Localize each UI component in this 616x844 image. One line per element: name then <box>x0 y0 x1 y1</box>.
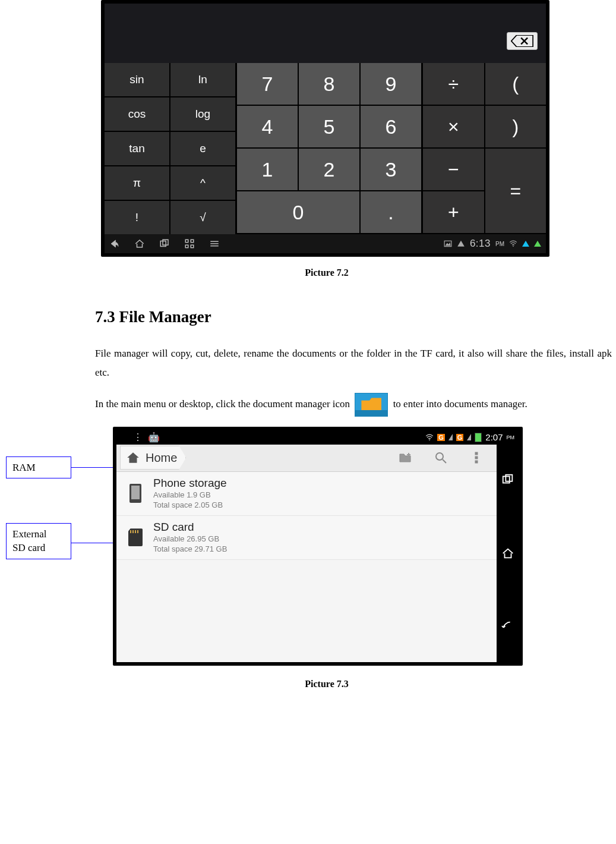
key-caret[interactable]: ^ <box>170 166 235 200</box>
key-factorial[interactable]: ! <box>105 201 169 234</box>
file-manager-app-icon <box>355 393 388 417</box>
svg-rect-3 <box>191 240 194 243</box>
fm-actions <box>398 451 493 465</box>
breadcrumb-home[interactable]: Home <box>120 446 186 470</box>
wifi-icon <box>509 240 517 247</box>
home-icon[interactable] <box>501 547 514 560</box>
key-0[interactable]: 0 <box>237 191 359 233</box>
fm-main-panel: Home Phone storage <box>116 445 497 662</box>
section-7-3-heading: 7.3 File Manager <box>95 308 612 326</box>
file-manager-app: Home Phone storage <box>116 445 519 662</box>
file-manager-screenshot: ⋮ 🤖 G G 2:07PM Home <box>113 427 523 666</box>
new-folder-icon[interactable] <box>398 451 412 465</box>
clock-suffix: PM <box>507 434 515 440</box>
key-cos[interactable]: cos <box>105 97 169 131</box>
screenshot-icon[interactable] <box>184 238 195 249</box>
calculator-screenshot: sin ln cos log tan e π ^ ! √ 7 8 9 4 5 6… <box>101 0 549 257</box>
home-icon[interactable] <box>134 238 145 249</box>
network-g-1: G <box>437 434 445 441</box>
key-e[interactable]: e <box>170 132 235 165</box>
item-total: Total space 2.05 GB <box>153 500 227 511</box>
sd-card-item[interactable]: SD card Available 26.95 GB Total space 2… <box>116 516 497 560</box>
overflow-menu-icon[interactable] <box>469 451 484 465</box>
signal-2-icon <box>534 241 541 247</box>
image-icon <box>444 240 452 248</box>
svg-rect-5 <box>191 245 194 248</box>
system-nav-sidebar <box>497 445 519 662</box>
key-5[interactable]: 5 <box>299 106 359 147</box>
callout-sd: External SD card <box>6 523 71 560</box>
picture-7-2-caption: Picture 7.2 <box>95 267 558 278</box>
paragraph-1: File manager will copy, cut, delete, ren… <box>95 344 612 383</box>
status-bar: ⋮ 🤖 G G 2:07PM <box>116 430 519 445</box>
battery-icon <box>475 433 482 442</box>
callout-ram: RAM <box>6 456 71 479</box>
notification-icons: ⋮ 🤖 <box>133 432 160 443</box>
svg-rect-2 <box>185 240 188 243</box>
key-subtract[interactable]: − <box>423 149 484 190</box>
key-2[interactable]: 2 <box>299 149 359 190</box>
clock-suffix: PM <box>495 241 504 247</box>
item-title: SD card <box>153 521 227 534</box>
clock-time: 2:07 <box>485 432 503 442</box>
signal-1-icon <box>522 241 529 247</box>
item-total: Total space 29.71 GB <box>153 544 227 555</box>
svg-point-8 <box>429 439 430 440</box>
para2-part-b: to enter into documents manager. <box>393 398 527 410</box>
key-6[interactable]: 6 <box>361 106 421 147</box>
recent-icon[interactable] <box>159 238 170 249</box>
function-keys: sin ln cos log tan e π ^ ! √ <box>105 63 235 234</box>
key-log[interactable]: log <box>170 97 235 131</box>
signal-icon-2 <box>467 434 471 440</box>
system-nav-bar: 6:13PM <box>105 234 546 253</box>
key-8[interactable]: 8 <box>299 63 359 105</box>
key-multiply[interactable]: × <box>423 106 484 147</box>
key-9[interactable]: 9 <box>361 63 421 105</box>
key-tan[interactable]: tan <box>105 132 169 165</box>
wifi-icon <box>425 434 434 441</box>
item-available: Available 1.9 GB <box>153 490 227 500</box>
storage-list: Phone storage Available 1.9 GB Total spa… <box>116 472 497 662</box>
key-pi[interactable]: π <box>105 166 169 200</box>
signal-icon-1 <box>448 434 453 440</box>
key-7[interactable]: 7 <box>237 63 298 105</box>
file-manager-figure: RAM External SD card ⋮ 🤖 G G 2:07PM <box>0 427 616 670</box>
key-4[interactable]: 4 <box>237 106 298 147</box>
document-page: sin ln cos log tan e π ^ ! √ 7 8 9 4 5 6… <box>0 0 616 701</box>
item-title: Phone storage <box>153 477 227 490</box>
calc-body: sin ln cos log tan e π ^ ! √ 7 8 9 4 5 6… <box>105 63 546 234</box>
svg-rect-4 <box>185 245 188 248</box>
back-icon[interactable] <box>501 620 514 633</box>
number-keys: 7 8 9 4 5 6 1 2 3 0 . <box>237 63 421 234</box>
key-divide[interactable]: ÷ <box>423 63 484 105</box>
key-1[interactable]: 1 <box>237 149 298 190</box>
key-equals[interactable]: = <box>485 149 546 233</box>
calc-display <box>105 4 546 63</box>
menu-icon[interactable] <box>209 238 220 249</box>
para2-part-a: In the main menu or desktop, click the d… <box>95 398 350 410</box>
backspace-icon <box>511 35 533 47</box>
key-sqrt[interactable]: √ <box>170 201 235 234</box>
key-dot[interactable]: . <box>361 191 421 233</box>
phone-storage-icon <box>129 484 141 503</box>
home-icon <box>125 450 141 465</box>
svg-rect-11 <box>475 456 478 459</box>
key-rparen[interactable]: ) <box>485 106 546 147</box>
key-add[interactable]: + <box>423 191 484 233</box>
operator-keys: ÷ ( × ) − = + <box>423 63 546 234</box>
network-g-2: G <box>456 434 464 441</box>
text-content: 7.3 File Manager File manager will copy,… <box>95 308 612 417</box>
back-icon[interactable] <box>109 238 120 249</box>
backspace-button[interactable] <box>507 32 538 50</box>
svg-point-7 <box>513 245 514 247</box>
clock-time: 6:13 <box>470 238 491 250</box>
search-icon[interactable] <box>434 451 448 465</box>
key-ln[interactable]: ln <box>170 63 235 96</box>
key-lparen[interactable]: ( <box>485 63 546 105</box>
key-sin[interactable]: sin <box>105 63 169 96</box>
recent-icon[interactable] <box>501 473 514 486</box>
phone-storage-item[interactable]: Phone storage Available 1.9 GB Total spa… <box>116 472 497 516</box>
key-3[interactable]: 3 <box>361 149 421 190</box>
svg-point-9 <box>436 453 443 460</box>
breadcrumb-label: Home <box>146 451 177 465</box>
